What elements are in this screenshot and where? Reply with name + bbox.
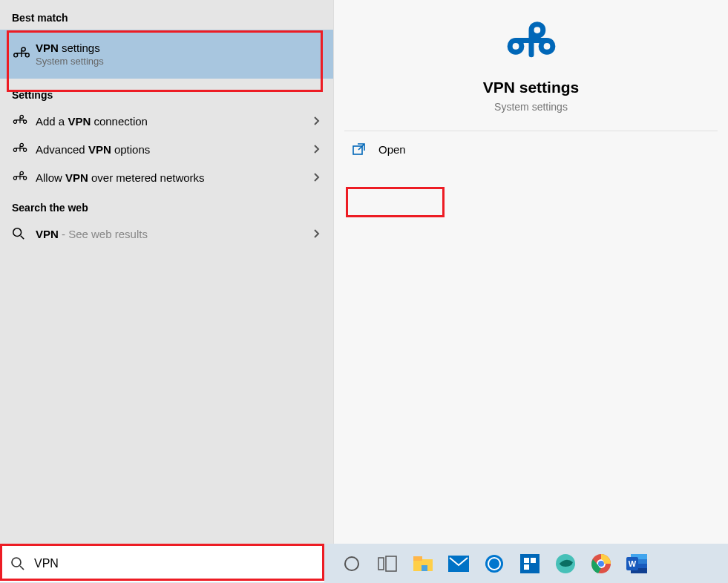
svg-rect-17 bbox=[531, 558, 536, 563]
taskbar: W bbox=[0, 544, 728, 583]
mail-icon[interactable] bbox=[447, 553, 470, 575]
open-label: Open bbox=[378, 143, 406, 156]
svg-rect-18 bbox=[524, 564, 529, 570]
open-icon bbox=[352, 142, 378, 157]
search-icon bbox=[12, 227, 36, 240]
result-title: VPN - See web results bbox=[36, 228, 312, 240]
file-explorer-icon[interactable] bbox=[412, 553, 434, 575]
detail-subtitle: System settings bbox=[344, 101, 718, 113]
chevron-right-icon bbox=[312, 228, 321, 240]
app-icon[interactable] bbox=[519, 553, 541, 575]
search-icon bbox=[10, 556, 25, 571]
chevron-right-icon bbox=[312, 115, 321, 128]
result-title: Add a VPN connection bbox=[36, 115, 312, 128]
vpn-icon bbox=[12, 114, 36, 128]
result-advanced-vpn[interactable]: Advanced VPN options bbox=[0, 135, 333, 163]
svg-line-4 bbox=[20, 566, 24, 570]
svg-rect-7 bbox=[386, 556, 396, 571]
search-results-panel: Best match VPN settings System settings … bbox=[0, 0, 333, 544]
svg-rect-15 bbox=[520, 554, 540, 573]
open-action[interactable]: Open bbox=[334, 131, 728, 167]
search-input[interactable] bbox=[34, 557, 314, 570]
result-title: Allow VPN over metered networks bbox=[36, 171, 312, 184]
dell-icon[interactable] bbox=[483, 553, 505, 575]
vpn-icon bbox=[12, 46, 36, 62]
result-add-vpn[interactable]: Add a VPN connection bbox=[0, 107, 333, 135]
vpn-icon bbox=[12, 142, 36, 156]
detail-title: VPN settings bbox=[344, 79, 718, 96]
section-best-match: Best match bbox=[0, 7, 333, 30]
svg-rect-10 bbox=[422, 565, 427, 571]
svg-text:W: W bbox=[629, 559, 637, 568]
vpn-icon bbox=[505, 21, 557, 65]
edge-icon[interactable] bbox=[554, 553, 577, 575]
result-web-vpn[interactable]: VPN - See web results bbox=[0, 220, 333, 248]
detail-hero: VPN settings System settings bbox=[344, 0, 718, 131]
cortana-icon[interactable] bbox=[341, 553, 363, 575]
svg-line-1 bbox=[21, 236, 24, 240]
svg-point-22 bbox=[598, 561, 604, 567]
chevron-right-icon bbox=[312, 171, 321, 184]
svg-point-5 bbox=[345, 557, 358, 570]
svg-point-3 bbox=[12, 558, 21, 567]
result-vpn-settings[interactable]: VPN settings System settings bbox=[0, 30, 333, 79]
svg-rect-11 bbox=[448, 556, 469, 572]
task-view-icon[interactable] bbox=[376, 553, 399, 575]
search-box[interactable] bbox=[0, 545, 324, 582]
word-icon[interactable]: W bbox=[626, 553, 648, 575]
detail-panel: VPN settings System settings Open bbox=[333, 0, 728, 544]
section-web: Search the web bbox=[0, 191, 333, 220]
svg-point-0 bbox=[13, 228, 22, 237]
svg-rect-9 bbox=[413, 556, 422, 561]
vpn-icon bbox=[12, 171, 36, 184]
result-title: Advanced VPN options bbox=[36, 143, 312, 156]
svg-rect-16 bbox=[524, 558, 529, 563]
result-title: VPN settings bbox=[36, 42, 321, 54]
result-subtitle: System settings bbox=[36, 56, 321, 67]
svg-point-14 bbox=[489, 559, 499, 569]
section-settings: Settings bbox=[0, 79, 333, 107]
svg-rect-6 bbox=[378, 558, 384, 570]
chrome-icon[interactable] bbox=[590, 553, 612, 575]
result-allow-vpn-metered[interactable]: Allow VPN over metered networks bbox=[0, 163, 333, 191]
chevron-right-icon bbox=[312, 143, 321, 156]
